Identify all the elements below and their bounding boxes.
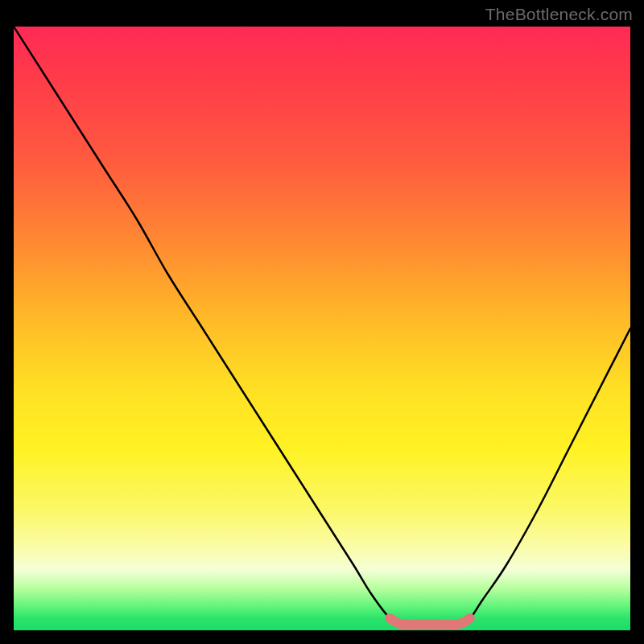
watermark-text: TheBottleneck.com bbox=[485, 5, 633, 24]
plot-area bbox=[14, 27, 630, 630]
chart-svg bbox=[14, 27, 630, 630]
bottleneck-curve-line bbox=[14, 27, 630, 625]
chart-frame: TheBottleneck.com bbox=[0, 0, 644, 644]
bottleneck-minimum-band-line bbox=[390, 618, 470, 625]
